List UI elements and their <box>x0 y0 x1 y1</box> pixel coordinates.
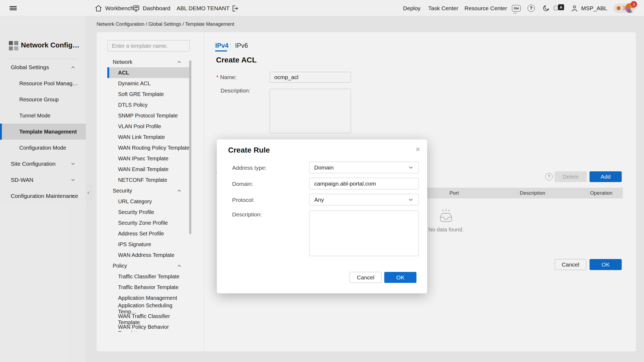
tree-item-soft-gre-template[interactable]: Soft GRE Template <box>107 89 189 99</box>
sidebar-item-configuration-mode[interactable]: Configuration Mode <box>0 140 86 156</box>
tab-ipv4[interactable]: IPv4 <box>215 42 228 49</box>
column-header-description[interactable]: Description <box>520 188 545 198</box>
modal-ok-button[interactable]: OK <box>384 272 416 283</box>
column-header-operation[interactable]: Operation <box>590 188 612 198</box>
username-label: MSP_ABL <box>581 5 607 12</box>
tree-item-wan-address-template[interactable]: WAN Address Template <box>107 250 189 260</box>
tree-item-ips-signature[interactable]: IPS Signature <box>107 239 189 250</box>
tree-item-application-scheduling-template[interactable]: Application Scheduling Temp… <box>107 303 189 314</box>
notification-count: 3 <box>622 5 625 11</box>
tree-item-wan-routing-policy-template[interactable]: WAN Routing Policy Template <box>107 142 189 153</box>
sidebar-item-template-management[interactable]: Template Management <box>0 124 86 140</box>
modal-description-label: Description: <box>232 211 262 218</box>
translate-icon: A <box>556 4 564 12</box>
delete-button[interactable]: Delete <box>555 171 587 182</box>
tree-item-wan-email-template[interactable]: WAN Email Template <box>107 164 189 175</box>
hamburger-bars <box>10 5 17 11</box>
page-ok-button[interactable]: OK <box>590 259 622 270</box>
acl-name-input[interactable] <box>270 72 351 83</box>
sidebar-group-label: SD-WAN <box>11 177 33 183</box>
protocol-select[interactable]: Any <box>309 194 419 205</box>
nav-workbench-label: Workbench <box>105 5 134 12</box>
sidebar-group-configuration-maintenance[interactable]: Configuration Maintenance <box>0 188 86 204</box>
tree-section-policy[interactable]: Policy <box>107 260 189 271</box>
avatar-badge: 3 <box>631 1 637 8</box>
nav-deploy[interactable]: Deploy <box>403 0 420 16</box>
help-button[interactable]: ? <box>528 0 535 16</box>
tree-item-netconf-template[interactable]: NETCONF Template <box>107 175 189 185</box>
nav-workbench[interactable]: Workbench <box>94 0 134 16</box>
sidebar-item-tunnel-mode[interactable]: Tunnel Mode <box>0 108 86 124</box>
sidebar-item-resource-pool[interactable]: Resource Pool Manag… <box>0 75 86 91</box>
sidebar-group-site-configuration[interactable]: Site Configuration <box>0 156 86 172</box>
tree-item-wan-policy-behavior-template[interactable]: WAN Policy Behavior Template <box>107 325 189 332</box>
translate-sub-box <box>554 6 558 10</box>
name-label: *Name: <box>216 74 237 80</box>
tree-item-dtls-policy[interactable]: DTLS Policy <box>107 99 189 110</box>
sidebar-item-resource-group[interactable]: Resource Group <box>0 91 86 108</box>
modal-description-textarea[interactable] <box>309 210 419 256</box>
app-root: Workbench Dashboard ABL DEMO TENANT Depl… <box>0 0 644 362</box>
sidebar-group-global-settings[interactable]: Global Settings <box>0 59 86 75</box>
nav-resource-center[interactable]: Resource Center <box>464 0 507 16</box>
tree-item-traffic-behavior-template[interactable]: Traffic Behavior Template <box>107 282 189 293</box>
tree-item-wan-traffic-classifier-template[interactable]: WAN Traffic Classifier Template <box>107 314 189 325</box>
notification-dot-icon <box>617 6 621 10</box>
tree-item-vlan-pool-profile[interactable]: VLAN Pool Profile <box>107 121 189 132</box>
page-cancel-button[interactable]: Cancel <box>555 259 586 270</box>
tree-section-label: Network <box>113 59 132 65</box>
tree-section-label: Policy <box>113 263 127 269</box>
address-type-select[interactable]: Domain <box>309 162 419 173</box>
user-menu[interactable]: MSP_ABL <box>570 0 607 16</box>
tab-ipv6[interactable]: IPv6 <box>235 42 248 49</box>
name-label-text: Name: <box>220 74 237 80</box>
chevron-down-icon <box>70 177 76 183</box>
chevron-up-icon <box>177 188 182 193</box>
tenant-switch-button[interactable] <box>231 0 239 16</box>
template-search-input[interactable] <box>108 40 189 51</box>
chevron-left-icon: ‹ <box>87 189 89 195</box>
template-search-box <box>107 40 190 51</box>
modal-title: Create Rule <box>228 146 270 154</box>
sidebar-collapse-handle[interactable]: ‹ <box>86 184 91 201</box>
empty-inbox-icon <box>437 209 455 225</box>
dark-mode-button[interactable] <box>542 0 550 16</box>
sidebar-app-title: Network Config… <box>21 41 79 49</box>
tree-scrollbar[interactable] <box>189 60 191 234</box>
add-button[interactable]: Add <box>590 171 622 182</box>
tree-item-wan-link-template[interactable]: WAN Link Template <box>107 132 189 142</box>
nav-dashboard[interactable]: Dashboard <box>132 0 170 16</box>
tree-item-security-zone-profile[interactable]: Security Zone Profile <box>107 217 189 228</box>
page-title: Create ACL <box>216 56 257 64</box>
column-header-port[interactable]: Port <box>449 188 459 198</box>
chevron-up-icon <box>177 263 182 268</box>
modal-cancel-button[interactable]: Cancel <box>350 272 382 283</box>
tree-item-application-management[interactable]: Application Management <box>107 293 189 303</box>
acl-description-textarea[interactable] <box>270 89 351 133</box>
legacy-ui-button[interactable]: Old <box>512 0 521 16</box>
tree-section-security[interactable]: Security <box>107 185 189 196</box>
tree-item-snmp-protocol-template[interactable]: SNMP Protocol Template <box>107 110 189 121</box>
language-button[interactable]: A <box>556 0 564 16</box>
chevron-down-icon <box>70 161 76 167</box>
moon-icon <box>542 4 550 12</box>
tree-item-address-set-profile[interactable]: Address Set Profile <box>107 228 189 239</box>
breadcrumb[interactable]: Network Configuration / Global Settings … <box>97 21 234 27</box>
tree-item-security-profile[interactable]: Security Profile <box>107 207 189 217</box>
rule-help-icon[interactable]: ? <box>545 173 553 180</box>
nav-task-center-label: Task Center <box>428 5 458 12</box>
tree-item-dynamic-acl[interactable]: Dynamic ACL <box>107 78 189 89</box>
nav-task-center[interactable]: Task Center <box>428 0 458 16</box>
chevron-down-icon <box>70 193 76 199</box>
sidebar-group-sd-wan[interactable]: SD-WAN <box>0 172 86 188</box>
tree-item-wan-ipsec-template[interactable]: WAN IPsec Template <box>107 153 189 164</box>
sidebar-group-label: Configuration Maintenance <box>11 193 78 199</box>
close-icon[interactable]: × <box>415 145 420 153</box>
tree-section-network[interactable]: Network <box>107 57 189 67</box>
tree-item-traffic-classifier-template[interactable]: Traffic Classifier Template <box>107 271 189 282</box>
required-marker: * <box>216 74 218 80</box>
tree-item-acl[interactable]: ACL <box>107 67 189 78</box>
domain-input[interactable] <box>309 178 419 189</box>
hamburger-menu-icon[interactable] <box>10 0 17 16</box>
tree-item-url-category[interactable]: URL Category <box>107 196 189 207</box>
